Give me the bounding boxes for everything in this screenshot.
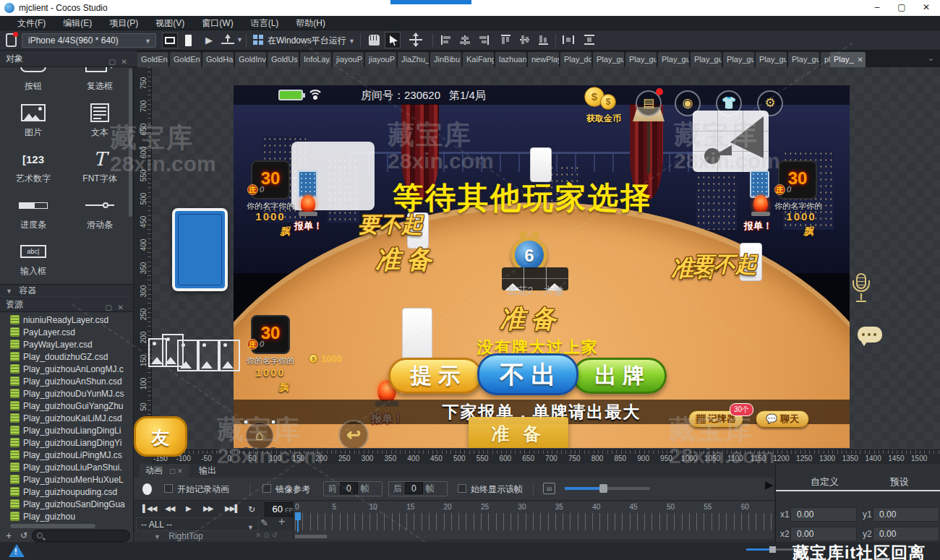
menu-item[interactable]: 窗口(W) xyxy=(202,16,233,30)
publish-icon[interactable] xyxy=(221,34,234,46)
menu-item[interactable]: 编辑(E) xyxy=(63,16,92,30)
portrait-mode-button[interactable] xyxy=(181,33,197,48)
record-animation-checkbox[interactable] xyxy=(164,484,173,493)
document-tab[interactable]: InfoLay xyxy=(300,52,331,67)
document-tab[interactable]: newPlay xyxy=(528,52,559,67)
resource-file-row[interactable]: Play_guizhouAnShun.csd xyxy=(0,375,129,387)
game-scene-canvas[interactable]: 房间号：230620 第1/4局 $ $ 获取金币 ▤ ◉ 👕 ⚙ 30 xyxy=(234,85,850,448)
resource-search-input[interactable] xyxy=(32,530,130,542)
menu-item[interactable]: 文件(F) xyxy=(17,16,46,30)
document-tab[interactable]: Play_gu xyxy=(691,52,722,67)
loop-icon[interactable]: ↻ xyxy=(248,504,255,514)
tab-custom[interactable]: 自定义 xyxy=(811,475,839,488)
play-cards-button[interactable]: 出 牌 xyxy=(573,358,667,394)
object-slider[interactable]: 滑动条 xyxy=(67,191,133,238)
bottom-zoom-slider[interactable] xyxy=(746,548,798,551)
player-avatar[interactable]: 30 庄0 xyxy=(778,160,817,199)
tab-close-icon[interactable]: ✕ xyxy=(858,56,863,64)
back-button[interactable]: ↩ xyxy=(338,420,369,448)
object-fnt-font[interactable]: T FNT字体 xyxy=(67,145,133,191)
image-placeholder[interactable] xyxy=(198,340,219,371)
document-tab[interactable]: KaiFang xyxy=(463,52,494,67)
onion-skin-icon[interactable]: ш xyxy=(543,483,555,494)
resource-file-row[interactable]: Play_doudizhuGZ.csd xyxy=(0,350,129,363)
tab-output[interactable]: 输出 xyxy=(193,464,222,478)
x2-input[interactable]: 0.00 xyxy=(790,527,857,541)
resource-file-row[interactable]: Play_guizhouLiPingMJ.cs xyxy=(0,449,129,461)
float-panel-icon[interactable]: ▢ ✕ xyxy=(169,468,183,475)
resource-file-row[interactable]: Play_guizhouKaiLiMJ.csd xyxy=(0,412,129,424)
next-frame-icon[interactable]: ▶▶ xyxy=(203,504,213,512)
placeholder-card[interactable] xyxy=(530,147,552,182)
document-tab[interactable]: JiaZhu_ xyxy=(398,52,429,67)
frames-before-field[interactable]: 前0帧 xyxy=(323,481,383,496)
resource-file-row[interactable]: Play_guizhoupuding.csd xyxy=(0,486,129,498)
resource-file-row[interactable]: Play_guizhouGuiYangZhu xyxy=(0,400,129,412)
align-left-icon[interactable] xyxy=(441,35,451,45)
tab-overflow-icon[interactable]: ⌄ xyxy=(928,53,934,63)
card-back-asset[interactable] xyxy=(172,208,228,291)
resource-file-row[interactable]: Play_guizhouMenHuXueL xyxy=(0,473,129,486)
document-tab[interactable]: GoldUs xyxy=(268,52,299,67)
invite-friend-button[interactable]: 友 xyxy=(134,416,187,457)
active-document-tab[interactable]: Play_✕ xyxy=(830,52,866,67)
object-art-number[interactable]: [123 艺术数字 xyxy=(0,145,67,191)
mirror-reference-checkbox[interactable] xyxy=(262,484,271,493)
gold-coins-icon[interactable]: $ $ xyxy=(584,87,623,113)
frames-after-field[interactable]: 后0帧 xyxy=(388,481,448,496)
animation-filter-dropdown[interactable]: -- ALL -- ▼ xyxy=(136,517,259,531)
player-avatar[interactable]: 30 庄0 xyxy=(251,315,290,354)
float-panel-icon[interactable]: ▢ xyxy=(106,300,112,315)
object-progress-bar[interactable]: 进度条 xyxy=(0,191,67,238)
document-tab[interactable]: Play_do xyxy=(560,52,591,67)
menu-item[interactable]: 语言(L) xyxy=(251,16,279,30)
tab-animation[interactable]: 动画 ▢ ✕ xyxy=(140,464,189,478)
align-middle-icon[interactable] xyxy=(520,35,529,45)
always-show-frame-checkbox[interactable] xyxy=(458,484,466,493)
resource-file-row[interactable]: PayLayer.csd xyxy=(0,326,129,338)
object-button[interactable]: 按钮 xyxy=(0,67,67,99)
pass-button[interactable]: 不 出 xyxy=(477,353,578,395)
resource-file-row[interactable]: Play_guizhouLiangDingYi xyxy=(0,436,129,449)
resource-file-row[interactable]: Play_guizhouLiangDingLi xyxy=(0,424,129,436)
close-panel-icon[interactable]: ✕ xyxy=(118,300,124,315)
y2-input[interactable]: 0.00 xyxy=(873,527,939,541)
zoom-slider[interactable] xyxy=(565,487,650,490)
y1-input[interactable]: 0.00 xyxy=(873,507,939,522)
resource-file-row[interactable]: Play_guizhou xyxy=(0,510,129,522)
add-resource-button[interactable]: + xyxy=(6,530,12,541)
document-tab[interactable]: GoldInv xyxy=(235,52,266,67)
placeholder-card[interactable] xyxy=(402,308,432,360)
resource-file-row[interactable]: Play_guizhouAnLongMJ.c xyxy=(0,363,129,375)
document-tab[interactable]: Play_gu xyxy=(625,52,657,67)
play-anim-icon[interactable]: ▶ xyxy=(186,504,191,512)
restore-button[interactable]: ▢ xyxy=(889,0,914,16)
panel-expand-icon[interactable]: ▶ xyxy=(765,478,774,491)
move-tool-icon[interactable] xyxy=(409,33,422,46)
document-tab[interactable]: lazhuan xyxy=(495,52,526,67)
timeline[interactable]: 051015202530354045505560 xyxy=(293,501,774,539)
document-tab[interactable]: Play_gu xyxy=(723,52,754,67)
landscape-mode-button[interactable] xyxy=(162,33,178,48)
selected-sprite-panel[interactable] xyxy=(693,111,769,172)
run-target-dropdown[interactable]: 在Windows平台运行 ▼ xyxy=(268,35,355,47)
record-keyframe-icon[interactable] xyxy=(142,483,152,495)
skip-end-icon[interactable]: ▶▶▌ xyxy=(225,504,239,512)
hand-tool-icon[interactable] xyxy=(369,35,380,46)
object-text[interactable]: 文本 xyxy=(67,99,133,145)
document-tab[interactable]: JinBibu xyxy=(430,52,461,67)
align-top-icon[interactable] xyxy=(501,35,510,45)
document-tab[interactable]: jiayouP xyxy=(333,52,364,67)
timeline-scrollbar[interactable] xyxy=(295,535,327,538)
timeline-playhead[interactable] xyxy=(295,512,301,520)
minimize-button[interactable]: – xyxy=(865,0,889,16)
get-coins-button[interactable]: 获取金币 xyxy=(581,113,627,125)
hint-button[interactable]: 提 示 xyxy=(388,358,482,394)
align-right-icon[interactable] xyxy=(479,35,489,45)
refresh-resources-button[interactable]: ↺ xyxy=(20,530,27,540)
object-checkbox[interactable]: ▼ 复选框 xyxy=(67,67,133,99)
menu-item[interactable]: 视图(V) xyxy=(155,16,184,30)
select-tool-button[interactable] xyxy=(385,32,401,48)
resource-file-row[interactable]: niuniuReadyLayer.csd xyxy=(0,314,129,326)
menu-item[interactable]: 项目(P) xyxy=(109,16,138,30)
